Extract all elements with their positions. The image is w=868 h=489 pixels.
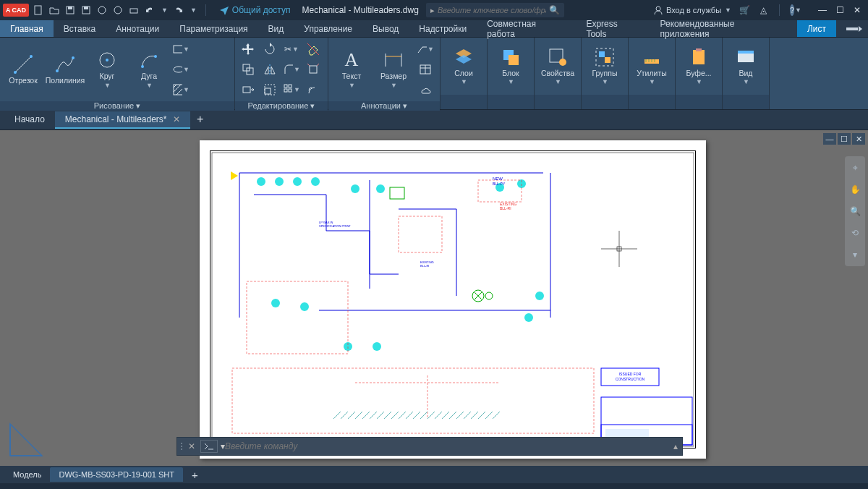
redo-dropdown-icon[interactable]: ▼ xyxy=(190,7,197,14)
open-icon[interactable] xyxy=(49,5,59,15)
app-menu[interactable]: A CAD xyxy=(3,4,29,17)
saveas-icon[interactable] xyxy=(81,5,91,15)
tab-collab[interactable]: Совместная работа xyxy=(477,20,576,37)
ucs-icon xyxy=(6,414,52,460)
signin-button[interactable]: Вход в службы ▼ xyxy=(653,4,731,16)
fillet-icon[interactable]: ▼ xyxy=(283,61,300,78)
cmd-history-icon[interactable]: ▴ xyxy=(669,441,682,451)
circle-tool[interactable]: Круг▼ xyxy=(88,49,126,89)
save-icon[interactable] xyxy=(65,5,75,15)
plot-icon[interactable] xyxy=(129,5,139,15)
erase-icon[interactable] xyxy=(305,41,322,58)
nav-more-icon[interactable]: ▾ xyxy=(848,247,862,262)
undo-icon[interactable] xyxy=(145,5,155,15)
zoom-icon[interactable]: 🔍 xyxy=(848,204,862,218)
hatch-icon[interactable]: ▼ xyxy=(172,81,190,98)
array-icon[interactable]: ▼ xyxy=(283,81,300,98)
layout-tab-active[interactable]: DWG-MB-SS03-PD-19-001 SHT xyxy=(50,467,183,482)
command-input[interactable] xyxy=(225,441,669,451)
properties-button[interactable]: Свойства▼ xyxy=(539,46,576,86)
panel-title-modify[interactable]: Редактирование ▾ xyxy=(235,101,328,111)
offset-icon[interactable] xyxy=(305,81,322,98)
vp-close[interactable]: ✕ xyxy=(852,133,865,145)
tab-view[interactable]: Вид xyxy=(258,20,294,37)
app-exchange-icon[interactable]: ◬ xyxy=(757,4,769,16)
clipboard-button[interactable]: Буфе...▼ xyxy=(680,46,718,86)
tab-featured[interactable]: Рекомендованные приложения xyxy=(650,20,795,37)
vp-maximize[interactable]: ☐ xyxy=(838,133,851,145)
cloud-icon[interactable] xyxy=(417,81,434,98)
cmd-prompt-icon[interactable] xyxy=(200,440,218,453)
cmd-close-icon[interactable]: ✕ xyxy=(186,441,197,451)
model-tab[interactable]: Модель xyxy=(4,467,50,482)
maximize-button[interactable]: ☐ xyxy=(832,3,848,17)
close-tab-icon[interactable]: ✕ xyxy=(173,114,180,124)
arc-tool[interactable]: Дуга▼ xyxy=(130,49,168,89)
tab-annotate[interactable]: Аннотации xyxy=(106,20,169,37)
panel-title-draw[interactable]: Рисование ▾ xyxy=(0,101,234,111)
pan-icon[interactable]: ✋ xyxy=(848,182,862,197)
file-tab-active[interactable]: Mechanical - Multileaders*✕ xyxy=(55,111,190,129)
tab-home[interactable]: Главная xyxy=(0,20,54,37)
undo-dropdown-icon[interactable]: ▼ xyxy=(161,7,168,14)
layers-button[interactable]: Слои▼ xyxy=(445,46,482,86)
start-tab[interactable]: Начало xyxy=(4,111,55,129)
dimension-tool[interactable]: Размер▼ xyxy=(375,49,412,89)
rectangle-icon[interactable]: ▼ xyxy=(172,41,190,58)
help-icon[interactable]: ?▼ xyxy=(790,4,801,16)
svg-rect-35 xyxy=(284,85,287,88)
groups-button[interactable]: Группы▼ xyxy=(586,46,624,86)
drawing-area[interactable]: ― ☐ ✕ ⌖ ✋ 🔍 ⟲ ▾ ISSUED FOR CONSTRUCTION xyxy=(0,130,868,466)
move-icon[interactable] xyxy=(239,41,257,58)
tab-layout[interactable]: Лист xyxy=(797,20,836,37)
ribbon-minimize-button[interactable] xyxy=(841,20,868,37)
search-input[interactable] xyxy=(438,6,546,14)
title-bar: A CAD ▼ ▼ Общий доступ Mechanical - Mult… xyxy=(0,0,868,20)
minimize-button[interactable]: ― xyxy=(814,3,830,17)
add-layout-button[interactable]: + xyxy=(183,467,207,482)
full-nav-icon[interactable]: ⌖ xyxy=(848,161,862,175)
svg-point-6 xyxy=(114,7,122,14)
command-line[interactable]: ✕ ▾ ▴ xyxy=(176,437,683,456)
vp-minimize[interactable]: ― xyxy=(823,133,836,145)
tab-addins[interactable]: Надстройки xyxy=(409,20,477,37)
cmd-grip-icon[interactable] xyxy=(177,443,186,450)
ellipse-icon[interactable]: ▼ xyxy=(172,61,190,78)
new-icon[interactable] xyxy=(33,5,43,15)
tab-manage[interactable]: Управление xyxy=(294,20,362,37)
line-tool[interactable]: Отрезок xyxy=(4,54,42,85)
rotate-icon[interactable] xyxy=(261,41,278,58)
new-tab-button[interactable]: + xyxy=(190,111,210,129)
text-tool[interactable]: AТекст▼ xyxy=(333,49,370,89)
web-save-icon[interactable] xyxy=(113,5,123,15)
share-button[interactable]: Общий доступ xyxy=(215,5,295,15)
svg-rect-61 xyxy=(212,153,694,446)
polyline-tool[interactable]: Полилиния xyxy=(46,54,84,85)
scale-icon[interactable] xyxy=(261,81,278,98)
mirror-icon[interactable] xyxy=(261,61,278,78)
tab-parametric[interactable]: Параметризация xyxy=(169,20,258,37)
block-button[interactable]: Блок▼ xyxy=(492,46,529,86)
tab-insert[interactable]: Вставка xyxy=(54,20,106,37)
trim-icon[interactable]: ✂▼ xyxy=(283,41,300,58)
tab-express[interactable]: Express Tools xyxy=(576,20,650,37)
leader-icon[interactable]: ▼ xyxy=(417,41,434,58)
tab-output[interactable]: Вывод xyxy=(362,20,409,37)
search-box[interactable]: ▸ 🔍 xyxy=(426,3,564,17)
redo-icon[interactable] xyxy=(174,5,184,15)
search-icon[interactable]: 🔍 xyxy=(549,5,560,15)
draw-small-tools: ▼ ▼ ▼ xyxy=(172,41,230,98)
panel-title-annotation[interactable]: Аннотации ▾ xyxy=(328,101,440,111)
stretch-icon[interactable] xyxy=(239,81,257,98)
table-icon[interactable] xyxy=(417,61,434,78)
svg-text:BLL-RI: BLL-RI xyxy=(420,264,429,268)
explode-icon[interactable] xyxy=(305,61,322,78)
cart-icon[interactable]: 🛒 xyxy=(739,4,750,16)
view-button[interactable]: Вид▼ xyxy=(727,46,765,86)
web-open-icon[interactable] xyxy=(97,5,107,15)
share-icon xyxy=(219,5,229,15)
orbit-icon[interactable]: ⟲ xyxy=(848,226,862,240)
copy-icon[interactable] xyxy=(239,61,257,78)
utilities-button[interactable]: Утилиты▼ xyxy=(633,46,671,86)
close-button[interactable]: ✕ xyxy=(849,3,865,17)
